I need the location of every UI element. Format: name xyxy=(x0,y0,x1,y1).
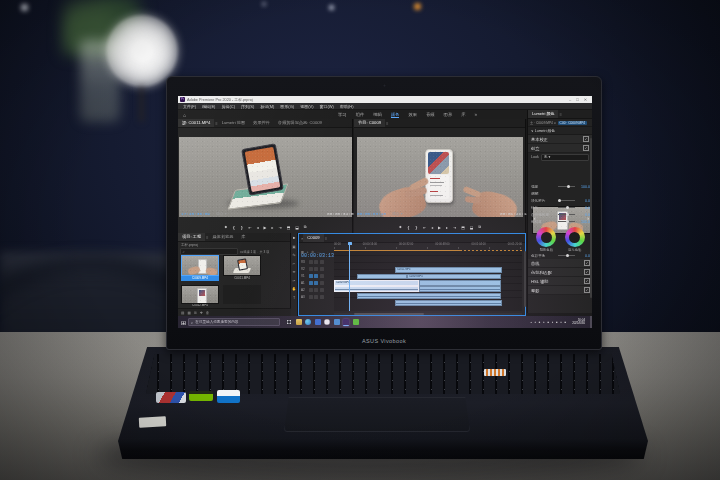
hand-tool-icon[interactable]: ✋ xyxy=(292,287,297,291)
panel-menu-icon[interactable]: ≡ xyxy=(386,121,388,126)
program-video-preview[interactable] xyxy=(357,137,523,217)
timeline-toolbar-icons[interactable]: ▦ ⌖ ⚙ ⋯ xyxy=(301,250,321,254)
close-button[interactable]: ✕ xyxy=(584,97,590,102)
source-video-preview[interactable] xyxy=(179,137,352,217)
step-back-icon[interactable]: ◂ xyxy=(257,225,259,230)
timeline-clip[interactable] xyxy=(357,274,407,280)
go-to-in-icon[interactable]: ⇤ xyxy=(249,225,252,230)
menu-help[interactable]: 帮助(H) xyxy=(340,104,354,109)
go-to-out-icon[interactable]: ⇥ xyxy=(453,225,456,230)
edge-browser-icon[interactable] xyxy=(305,319,311,325)
go-to-in-icon[interactable]: ⇤ xyxy=(423,225,426,230)
menu-edit[interactable]: 编辑(E) xyxy=(202,104,215,109)
highlight-tint-wheel[interactable] xyxy=(565,227,585,247)
mark-in-icon[interactable]: ❴ xyxy=(232,225,235,230)
mark-out-icon[interactable]: ❵ xyxy=(240,225,243,230)
menu-sequence[interactable]: 序列(S) xyxy=(241,104,254,109)
playhead-handle[interactable] xyxy=(348,242,352,245)
step-back-icon[interactable]: ◂ xyxy=(431,225,433,230)
lumetri-section-curves[interactable]: 曲线 ✓ xyxy=(528,259,592,268)
tab-source-monitor[interactable]: 源: C0011.MP4 xyxy=(178,119,214,127)
lumetri-scrollbar[interactable] xyxy=(590,138,592,298)
task-view-icon[interactable] xyxy=(286,319,292,325)
tab-media-browser[interactable]: 媒体浏览器 xyxy=(208,233,237,241)
timeline-clip[interactable]: C0009.MP4 xyxy=(407,274,501,280)
workspace-overflow-icon[interactable]: » xyxy=(474,112,477,117)
premiere-titlebar[interactable]: Pr Adobe Premiere Pro 2020 - 工程.prproj –… xyxy=(178,96,592,103)
project-clip-item[interactable]: C0011.MP4 xyxy=(223,255,261,282)
menu-markers[interactable]: 标记(M) xyxy=(260,104,274,109)
tab-lumetri-scopes[interactable]: Lumetri 范围 xyxy=(218,119,250,127)
playhead[interactable] xyxy=(349,242,350,311)
touchpad[interactable] xyxy=(284,397,470,432)
selection-tool-icon[interactable]: ➤ xyxy=(292,236,295,240)
timeline-clip-selected[interactable]: C0009.MP4 xyxy=(334,280,419,286)
lumetri-section-wheels-match[interactable]: 色轮和匹配 ✓ xyxy=(528,268,592,277)
lumetri-master-clip[interactable]: 主 · C0009.MP4 ∨ xyxy=(530,121,556,125)
timeline-ruler[interactable]: 00:00 00:00:16:00 00:00:32:00 00:00:48:0… xyxy=(334,243,522,246)
checkbox-icon[interactable]: ✓ xyxy=(583,145,589,151)
taskbar-search-input[interactable]: ⌕ 在这里输入你要搜索的内容 xyxy=(188,318,280,326)
timeline-hscrollbar[interactable] xyxy=(334,313,522,315)
timeline-clip[interactable]: C0011.MP4 xyxy=(395,267,502,273)
file-explorer-icon[interactable] xyxy=(296,319,302,325)
workspace-editing[interactable]: 编辑 xyxy=(373,112,382,118)
export-frame-icon[interactable]: ⧉ xyxy=(304,225,307,229)
keyboard[interactable] xyxy=(146,354,620,394)
mark-in-icon[interactable]: ❴ xyxy=(407,225,410,230)
menu-clip[interactable]: 剪辑(C) xyxy=(221,104,235,109)
tab-program-monitor[interactable]: 节目: C0009 xyxy=(354,119,385,127)
store-app-icon[interactable] xyxy=(334,319,340,325)
project-footer-icons[interactable]: ▤ ▦ ⊞ ✚ 🗑 xyxy=(181,311,210,315)
type-tool-icon[interactable]: T xyxy=(293,296,295,300)
checkbox-icon[interactable]: ✓ xyxy=(583,136,589,142)
export-frame-icon[interactable]: ⧉ xyxy=(478,225,481,229)
timeline-vscrollbar[interactable] xyxy=(524,251,526,307)
lumetri-selected-clip[interactable]: C00 · C0009.MP4 xyxy=(558,121,587,125)
workspace-graphics[interactable]: 图形 xyxy=(444,112,453,118)
pen-tool-icon[interactable]: ✑ xyxy=(292,279,295,283)
tab-project[interactable]: 项目: 工程 xyxy=(178,233,205,241)
workspace-effects[interactable]: 效果 xyxy=(408,112,417,118)
lift-icon[interactable]: ⬒ xyxy=(461,225,465,230)
add-marker-icon[interactable]: ⬥ xyxy=(224,225,227,229)
start-button-icon[interactable]: ⊞ xyxy=(181,319,186,326)
tab-sequence[interactable]: C0009 xyxy=(303,234,323,242)
track-header-v2[interactable]: V2 xyxy=(299,265,334,272)
saturation-slider[interactable]: 饱和度 100.0 xyxy=(528,218,592,225)
source-fit-dropdown[interactable]: 适合 ▾ xyxy=(216,211,227,216)
play-icon[interactable]: ▶ xyxy=(264,225,267,230)
taskbar-clock[interactable]: 16:04 2021/6/30 xyxy=(572,319,585,326)
mark-out-icon[interactable]: ❵ xyxy=(415,225,418,230)
wechat-app-icon[interactable] xyxy=(353,319,359,325)
mail-app-icon[interactable] xyxy=(315,319,321,325)
workspace-assembly[interactable]: 组件 xyxy=(356,112,365,118)
track-header-v3[interactable]: V3 xyxy=(299,258,334,265)
project-clip-item[interactable]: C0009.MP4 xyxy=(181,255,219,282)
program-fit-dropdown[interactable]: 适合 ▾ xyxy=(392,211,403,216)
track-header-v1[interactable]: V1 xyxy=(299,272,334,279)
tab-effect-controls[interactable]: 效果控件 xyxy=(249,119,274,127)
enter-key-accent[interactable] xyxy=(484,369,506,376)
timeline-audio-clip[interactable] xyxy=(357,293,501,299)
overwrite-icon[interactable]: ⬓ xyxy=(295,225,299,230)
menu-file[interactable]: 文件(F) xyxy=(183,104,196,109)
look-dropdown[interactable]: 无 ▾ xyxy=(541,154,589,161)
minimize-button[interactable]: – xyxy=(569,97,574,102)
project-clip-item[interactable]: C0012.MP4 xyxy=(181,285,219,307)
lumetri-section-basic[interactable]: 基本校正 ✓ xyxy=(528,135,592,144)
workspace-audio[interactable]: 音频 xyxy=(426,112,435,118)
tab-libraries[interactable]: 库 xyxy=(237,233,249,241)
panel-menu-icon[interactable]: ≡ xyxy=(559,112,561,117)
go-to-out-icon[interactable]: ⇥ xyxy=(278,225,281,230)
tint-balance-slider[interactable]: 色彩平衡 0.0 xyxy=(528,252,592,259)
menu-graphics[interactable]: 图形(G) xyxy=(280,104,294,109)
add-marker-icon[interactable]: ⬥ xyxy=(399,225,402,229)
timeline-audio-clip-selected[interactable] xyxy=(334,286,419,292)
lumetri-effect-name[interactable]: ∨ Lumetri 颜色 xyxy=(531,129,555,133)
lumetri-section-creative[interactable]: 创意 ✓ xyxy=(528,144,592,153)
step-forward-icon[interactable]: ▸ xyxy=(272,225,274,230)
track-header-a1[interactable]: A1 xyxy=(299,279,334,286)
maximize-button[interactable]: □ xyxy=(576,97,581,102)
lumetri-section-hsl[interactable]: HSL 辅助 ✓ xyxy=(528,277,592,286)
